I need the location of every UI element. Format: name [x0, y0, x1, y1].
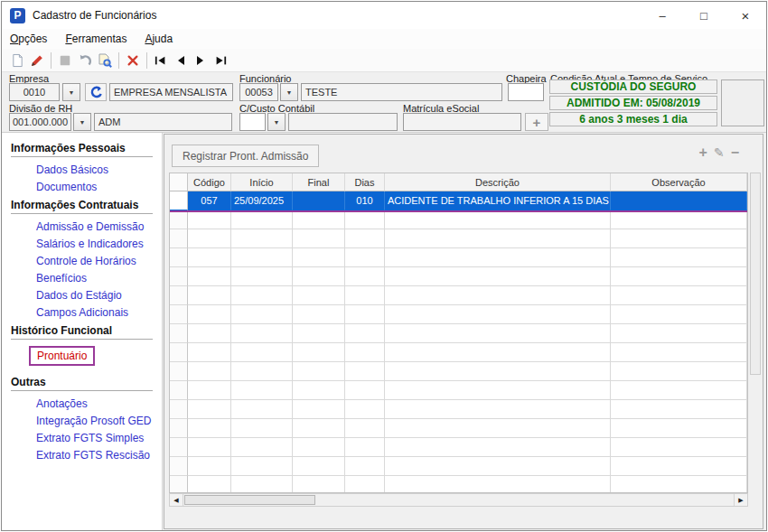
table-row-selected[interactable]: 05725/09/2025010ACIDENTE DE TRABALHO INF… [170, 191, 747, 210]
undo-icon[interactable] [75, 51, 95, 70]
cell-observacao[interactable] [611, 286, 747, 305]
table-row[interactable] [170, 229, 747, 248]
empresa-code-field[interactable]: 0010 [9, 83, 60, 101]
table-row[interactable] [170, 438, 747, 457]
cell-final[interactable] [293, 343, 345, 362]
menu-item-opes[interactable]: Opções [10, 33, 47, 45]
cell-dias[interactable] [345, 286, 385, 305]
table-row[interactable] [170, 210, 747, 229]
cell-observacao[interactable] [611, 343, 747, 362]
cell-dias[interactable] [345, 381, 385, 400]
cell-dias[interactable] [345, 248, 385, 267]
cell-dias[interactable] [345, 210, 385, 229]
column-header-observacao[interactable]: Observação [611, 173, 747, 191]
cell-final[interactable] [293, 267, 345, 286]
cell-codigo[interactable] [188, 457, 231, 476]
nav-next-icon[interactable] [191, 51, 211, 70]
row-indicator-cell[interactable] [170, 400, 188, 419]
registrar-pront-admissao-button[interactable]: Registrar Pront. Admissão [172, 145, 319, 167]
cell-inicio[interactable] [231, 286, 293, 305]
cell-descricao[interactable] [385, 476, 611, 492]
column-header-codigo[interactable]: Código [188, 173, 231, 191]
cell-dias[interactable] [345, 362, 385, 381]
cell-inicio[interactable] [231, 419, 293, 438]
cell-inicio[interactable] [231, 343, 293, 362]
cell-codigo[interactable] [188, 476, 231, 492]
cell-final[interactable] [293, 476, 345, 492]
cell-observacao[interactable] [611, 229, 747, 248]
table-row[interactable] [170, 457, 747, 476]
sidebar-item-integracao-prosoft-ged[interactable]: Integração Prosoft GED [36, 415, 162, 427]
row-indicator-cell[interactable] [170, 476, 188, 492]
cell-dias[interactable] [345, 476, 385, 492]
table-row[interactable] [170, 305, 747, 324]
cell-final[interactable] [293, 229, 345, 248]
sidebar-item-admissao-e-demissao[interactable]: Admissão e Demissão [36, 220, 162, 233]
cell-final[interactable] [293, 191, 345, 210]
cell-final[interactable] [293, 419, 345, 438]
grid-add-icon[interactable]: + [699, 145, 707, 160]
cell-codigo[interactable] [188, 419, 231, 438]
cell-dias[interactable] [345, 438, 385, 457]
funcionario-code-field[interactable]: 00053 [239, 83, 278, 101]
menu-item-ajuda[interactable]: Ajuda [145, 33, 173, 45]
scrollbar-thumb[interactable] [184, 495, 315, 505]
cell-dias[interactable] [345, 305, 385, 324]
cell-final[interactable] [293, 362, 345, 381]
cell-dias[interactable] [345, 229, 385, 248]
empresa-sync-button[interactable] [85, 83, 107, 101]
minimize-button[interactable]: – [642, 2, 683, 29]
cell-final[interactable] [293, 210, 345, 229]
cell-inicio[interactable] [231, 438, 293, 457]
matricula-add-button[interactable]: + [525, 113, 548, 131]
cell-inicio[interactable]: 25/09/2025 [231, 191, 293, 210]
cell-dias[interactable] [345, 400, 385, 419]
ccusto-code-field[interactable] [239, 113, 266, 131]
divisao-rh-code-field[interactable]: 001.000.000 [9, 113, 71, 131]
grid-remove-icon[interactable]: − [731, 145, 739, 160]
column-header-final[interactable]: Final [293, 173, 345, 191]
cell-codigo[interactable] [188, 362, 231, 381]
cell-inicio[interactable] [231, 457, 293, 476]
row-indicator-header[interactable] [170, 173, 188, 191]
row-indicator-cell[interactable] [170, 305, 188, 324]
cell-descricao[interactable] [385, 210, 611, 229]
search-record-icon[interactable] [95, 51, 115, 70]
cell-inicio[interactable] [231, 400, 293, 419]
empresa-name-field[interactable]: EMPRESA MENSALISTA [109, 83, 233, 101]
cell-codigo[interactable] [188, 248, 231, 267]
sidebar-item-documentos[interactable]: Documentos [36, 181, 162, 193]
scroll-left-icon[interactable]: ◀ [170, 494, 183, 506]
grid-edit-icon[interactable]: ✎ [714, 145, 725, 160]
sidebar-item-controle-de-horarios[interactable]: Controle de Horários [36, 255, 162, 267]
table-row[interactable] [170, 324, 747, 343]
sidebar-item-anotacoes[interactable]: Anotações [36, 397, 162, 410]
cell-observacao[interactable] [611, 438, 747, 457]
edit-pencil-icon[interactable] [27, 51, 47, 70]
table-row[interactable] [170, 343, 747, 362]
cell-observacao[interactable] [611, 324, 747, 343]
cell-codigo[interactable] [188, 343, 231, 362]
cell-codigo[interactable] [188, 381, 231, 400]
cell-dias[interactable] [345, 324, 385, 343]
table-row[interactable] [170, 400, 747, 419]
table-row[interactable] [170, 286, 747, 305]
table-row[interactable] [170, 362, 747, 381]
cell-observacao[interactable] [611, 476, 747, 492]
cell-observacao[interactable] [611, 457, 747, 476]
cell-codigo[interactable] [188, 438, 231, 457]
column-header-descricao[interactable]: Descrição [385, 173, 611, 191]
cell-descricao[interactable] [385, 381, 611, 400]
cell-codigo[interactable] [188, 286, 231, 305]
cell-observacao[interactable] [611, 381, 747, 400]
funcionario-dropdown[interactable]: ▼ [280, 83, 298, 101]
row-indicator-cell[interactable] [170, 324, 188, 343]
cell-codigo[interactable] [188, 305, 231, 324]
cell-observacao[interactable] [611, 191, 747, 210]
cell-codigo[interactable] [188, 229, 231, 248]
maximize-button[interactable]: □ [683, 2, 725, 29]
cell-inicio[interactable] [231, 324, 293, 343]
table-row[interactable] [170, 381, 747, 400]
cell-inicio[interactable] [231, 362, 293, 381]
divisao-rh-name-field[interactable]: ADM [94, 113, 232, 131]
